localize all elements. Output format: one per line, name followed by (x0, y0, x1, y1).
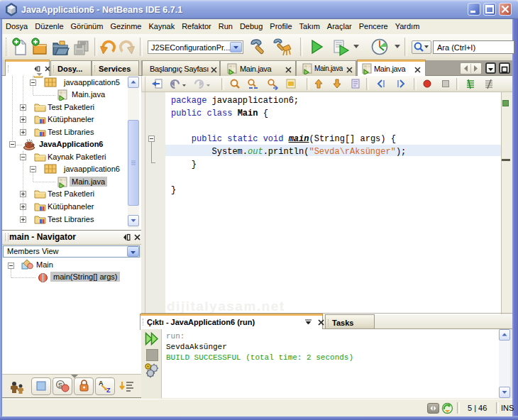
svg-text:Z: Z (106, 387, 111, 394)
